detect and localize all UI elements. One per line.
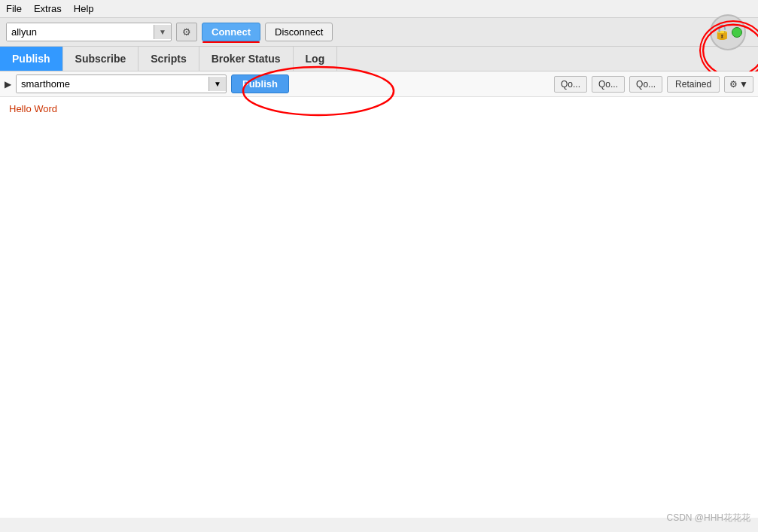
connection-dropdown-arrow[interactable]: ▼ xyxy=(154,25,171,39)
status-icon: 🔓 xyxy=(710,14,746,50)
topic-settings-arrow: ▼ xyxy=(739,79,748,90)
tabs: Publish Subscribe Scripts Broker Status … xyxy=(0,47,758,71)
menu-file[interactable]: File xyxy=(6,3,22,14)
main-content: ▶ ▼ Publish Qo... Qo... Qo... Retained ⚙… xyxy=(0,71,758,518)
topic-expand-arrow[interactable]: ▶ xyxy=(5,79,11,90)
qos-button-2[interactable]: Qo... xyxy=(629,76,662,93)
disconnect-button[interactable]: Disconnect xyxy=(265,23,333,41)
tab-publish[interactable]: Publish xyxy=(0,47,63,71)
tab-scripts[interactable]: Scripts xyxy=(139,47,199,71)
gear-button[interactable]: ⚙ xyxy=(176,23,197,41)
lock-icon: 🔓 xyxy=(714,24,730,41)
connected-indicator xyxy=(732,27,742,38)
menu-extras[interactable]: Extras xyxy=(34,3,62,14)
connect-button[interactable]: Connect xyxy=(202,23,260,41)
topic-dropdown-arrow[interactable]: ▼ xyxy=(209,77,226,91)
menu-bar: File Extras Help xyxy=(0,0,758,18)
topic-settings-button[interactable]: ⚙ ▼ xyxy=(724,76,753,93)
topic-input-wrap: ▼ xyxy=(16,74,227,93)
qos-button-1[interactable]: Qo... xyxy=(592,76,625,93)
qos-button-0[interactable]: Qo... xyxy=(554,76,587,93)
connection-input[interactable] xyxy=(7,23,154,41)
publish-button[interactable]: Publish xyxy=(231,74,289,93)
watermark: CSDN @HHH花花花 xyxy=(666,512,750,524)
retained-button[interactable]: Retained xyxy=(667,76,720,93)
tab-broker-status[interactable]: Broker Status xyxy=(199,47,294,71)
connect-btn-wrap: Connect xyxy=(202,23,260,41)
message-text: Hello Word xyxy=(9,103,57,114)
content-area: ▶ ▼ Publish Qo... Qo... Qo... Retained ⚙… xyxy=(0,71,758,518)
message-area: Hello Word xyxy=(0,97,758,120)
topic-input[interactable] xyxy=(17,75,209,93)
topic-bar: ▶ ▼ Publish Qo... Qo... Qo... Retained ⚙… xyxy=(0,71,758,97)
topic-settings-icon: ⚙ xyxy=(729,79,738,90)
toolbar: ▼ ⚙ Connect Disconnect 🔓 xyxy=(0,18,758,47)
tab-log[interactable]: Log xyxy=(294,47,338,71)
menu-help[interactable]: Help xyxy=(74,3,94,14)
tab-subscribe[interactable]: Subscribe xyxy=(63,47,139,71)
connection-dropdown: ▼ xyxy=(6,23,172,41)
